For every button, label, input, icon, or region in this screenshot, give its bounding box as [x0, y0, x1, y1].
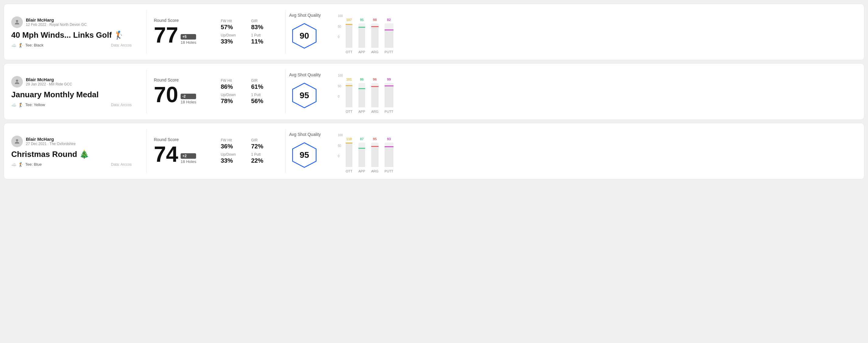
cloud-icon: ☁️	[11, 162, 17, 167]
bar-fill	[359, 88, 365, 107]
stat-oneputt: 1 Putt 56%	[251, 93, 275, 104]
updown-label: Up/Down	[221, 93, 245, 97]
score-section: Round Score 70 -2 18 Holes	[154, 77, 215, 105]
chart-wrapper: 100 50 0 110 OTT 87	[338, 129, 857, 173]
round-score-label: Round Score	[154, 18, 215, 23]
bar-line	[346, 85, 352, 86]
bar-wrapper	[384, 23, 394, 48]
quality-score: 95	[300, 150, 309, 160]
round-title: Christmas Round 🎄	[11, 150, 132, 159]
bar-label: OTT	[346, 169, 352, 173]
user-icon	[14, 79, 20, 85]
gir-value: 61%	[251, 83, 275, 90]
bar-label: OTT	[346, 110, 352, 114]
user-date: 12 Feb 2022 · Royal North Devon GC	[26, 23, 87, 27]
user-name: Blair McHarg	[26, 136, 76, 142]
bar-line	[384, 146, 394, 147]
bar-fill	[384, 30, 394, 48]
round-card: Blair McHarg 29 Jan 2022 · Mill Ride GCC…	[4, 63, 864, 120]
score-badge: -2	[181, 94, 196, 99]
bar-label: ARG	[371, 110, 378, 114]
score-badge-group: -2 18 Holes	[181, 94, 196, 104]
chart-bar-col: 110 OTT	[346, 137, 352, 173]
svg-point-2	[16, 80, 18, 82]
oneputt-value: 11%	[251, 38, 275, 45]
bar-fill	[384, 86, 394, 107]
bar-label: APP	[359, 50, 365, 54]
stat-fw-hit: FW Hit 36%	[221, 138, 245, 150]
divider-1	[146, 10, 147, 54]
bar-value: 101	[346, 77, 352, 81]
bar-wrapper	[371, 143, 378, 167]
quality-score: 90	[300, 31, 309, 41]
bar-line	[359, 88, 365, 89]
chart-bar-col: 82 PUTT	[384, 18, 394, 54]
chart-bar-col: 99 PUTT	[384, 77, 394, 114]
bar-wrapper	[359, 83, 365, 107]
chart-section: 100 50 0 107 OTT 95	[332, 10, 857, 54]
chart-wrapper: 100 50 0 101 OTT 86	[338, 70, 857, 114]
divider-2	[285, 10, 285, 54]
bar-fill	[359, 27, 365, 48]
data-source: Data: Arccos	[111, 103, 132, 107]
user-icon	[14, 19, 20, 26]
score-number: 74	[154, 143, 178, 165]
tee-info: ☁️ 🏌 Tee: Yellow	[11, 102, 45, 107]
hexagon-container: 95	[289, 80, 319, 111]
score-holes: 18 Holes	[181, 159, 196, 164]
gir-value: 72%	[251, 143, 275, 150]
chart-bar-col: 86 APP	[359, 77, 365, 114]
updown-label: Up/Down	[221, 152, 245, 157]
score-holes: 18 Holes	[181, 40, 196, 45]
bar-value: 99	[387, 77, 391, 81]
divider-1	[146, 129, 147, 173]
stats-section: FW Hit 86% GIR 61% Up/Down 78% 1 Putt 56…	[215, 79, 282, 104]
user-info: Blair McHarg 12 Feb 2022 · Royal North D…	[11, 17, 132, 28]
bar-line	[359, 148, 365, 149]
divider-2	[285, 129, 285, 173]
bar-label: OTT	[346, 50, 352, 54]
bar-value: 95	[373, 137, 377, 141]
bar-value: 82	[387, 18, 391, 22]
chart-bar-col: 96 ARG	[371, 77, 378, 114]
bar-fill	[346, 143, 352, 167]
bar-line	[384, 86, 394, 86]
score-row: 70 -2 18 Holes	[154, 84, 215, 105]
chart-section: 100 50 0 101 OTT 86	[332, 70, 857, 114]
score-badge-group: +2 18 Holes	[181, 153, 196, 164]
bar-fill	[384, 146, 394, 167]
stat-gir: GIR 61%	[251, 79, 275, 90]
bar-value: 96	[373, 77, 377, 81]
bar-label: ARG	[371, 169, 378, 173]
chart-wrapper: 100 50 0 107 OTT 95	[338, 10, 857, 54]
bar-line	[346, 24, 352, 25]
score-row: 74 +2 18 Holes	[154, 143, 215, 165]
gir-value: 83%	[251, 24, 275, 31]
bar-wrapper	[346, 143, 352, 167]
bar-label: APP	[359, 110, 365, 114]
bar-wrapper	[384, 83, 394, 107]
bar-value: 98	[373, 18, 377, 22]
bar-line	[359, 27, 365, 28]
user-name: Blair McHarg	[26, 17, 87, 23]
bar-value: 86	[360, 77, 364, 81]
score-badge: +5	[181, 34, 196, 39]
bar-chart: 110 OTT 87 APP 95	[346, 133, 394, 173]
hexagon-container: 95	[289, 140, 319, 170]
bar-wrapper	[371, 83, 378, 107]
round-card: Blair McHarg 27 Dec 2021 · The Oxfordshi…	[4, 123, 864, 179]
data-source: Data: Arccos	[111, 43, 132, 48]
bar-wrapper	[359, 23, 365, 48]
updown-value: 33%	[221, 157, 245, 164]
bar-value: 110	[346, 137, 352, 141]
stat-oneputt: 1 Putt 22%	[251, 152, 275, 164]
oneputt-label: 1 Putt	[251, 33, 275, 37]
tee-info: ☁️ 🏌 Tee: Black	[11, 43, 43, 48]
quality-section: Avg Shot Quality 95	[289, 72, 332, 111]
updown-label: Up/Down	[221, 33, 245, 37]
oneputt-value: 56%	[251, 98, 275, 104]
score-badge: +2	[181, 153, 196, 159]
bar-fill	[359, 148, 365, 167]
fw-hit-value: 57%	[221, 24, 245, 31]
chart-section: 100 50 0 110 OTT 87	[332, 129, 857, 173]
